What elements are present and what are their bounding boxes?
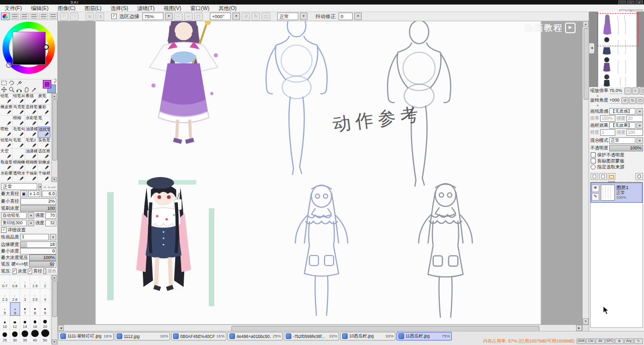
eyedropper-icon[interactable] bbox=[31, 86, 38, 93]
texture2-strength-value[interactable]: 32 bbox=[45, 220, 56, 226]
foreground-color[interactable] bbox=[43, 80, 51, 89]
menu-item[interactable]: 图像(C) bbox=[53, 5, 80, 12]
size-cell[interactable]: 12 bbox=[10, 316, 20, 329]
layer-visibility-icon[interactable]: 👁 bbox=[592, 185, 599, 192]
brush-shape-icons[interactable]: ▲▲▬▪ bbox=[43, 185, 56, 189]
layer-list[interactable]: 👁 ✎ 图层1 正常 100% bbox=[590, 182, 643, 328]
layer-blend-dropdown-icon[interactable]: ▾ bbox=[636, 137, 643, 144]
tool-cell[interactable]: 选区擦 bbox=[38, 149, 50, 160]
tool-cell[interactable]: 橡皮擦 bbox=[0, 105, 13, 116]
blend-mode-field[interactable]: 正常 bbox=[277, 13, 298, 20]
swatches-tab-icon[interactable] bbox=[39, 13, 48, 20]
size-cell[interactable]: 2 bbox=[40, 275, 50, 289]
modifier-key[interactable]: Ctrl bbox=[586, 338, 595, 344]
size-cell[interactable]: 2.6 bbox=[10, 289, 20, 302]
size-cell[interactable]: 7 bbox=[20, 302, 30, 316]
document-tab[interactable]: 0B0AF45E%40CF6... 16% bbox=[171, 332, 226, 340]
tool-cell[interactable]: 水彩晕染 bbox=[0, 171, 13, 182]
size-cell[interactable]: 1 bbox=[20, 275, 30, 289]
max-density-pressure-slider[interactable]: 100% bbox=[29, 254, 56, 261]
menu-item[interactable]: 选择(S) bbox=[106, 5, 133, 12]
document-tab[interactable]: 1112.jpg 16% bbox=[115, 332, 170, 340]
color-mixer-tab-icon[interactable] bbox=[30, 13, 38, 20]
size-cell[interactable]: 0.8 bbox=[10, 275, 20, 289]
size-cell[interactable]: 1.5 bbox=[30, 275, 40, 289]
invert-selection-icon[interactable]: ◨ bbox=[96, 13, 104, 21]
tool-cell[interactable]: 软橡皮 bbox=[38, 160, 50, 171]
size-cell[interactable]: 10 bbox=[0, 316, 10, 329]
edge-hardness-slider[interactable]: 18 bbox=[20, 241, 56, 248]
size-cell[interactable]: 25 bbox=[0, 329, 10, 343]
saturation-value-square[interactable] bbox=[13, 32, 46, 65]
tool-cell[interactable]: 铅笔 bbox=[0, 94, 13, 105]
rotate-canvas-icon[interactable] bbox=[16, 86, 23, 93]
min-diameter-slider[interactable]: 2% bbox=[20, 198, 56, 205]
size-cell[interactable]: 9 bbox=[40, 302, 50, 316]
rotate-reset-button[interactable]: ▢ bbox=[262, 13, 270, 21]
size-cell[interactable]: 6 bbox=[10, 302, 20, 316]
size-cell[interactable]: 2.3 bbox=[0, 289, 10, 302]
move-tool-icon[interactable] bbox=[1, 86, 8, 93]
zoom-rate-value[interactable]: 75.0% bbox=[609, 88, 623, 94]
nav-zoom-in-button[interactable]: + bbox=[632, 88, 639, 95]
pressure-diameter-checkbox[interactable]: ✓ bbox=[28, 269, 32, 274]
menu-item[interactable]: 图层(L) bbox=[80, 5, 106, 12]
size-cell[interactable]: 40 bbox=[30, 329, 40, 343]
layer-item[interactable]: 👁 ✎ 图层1 正常 100% bbox=[591, 183, 642, 203]
redo-icon[interactable]: ↷ bbox=[70, 13, 78, 21]
hsv-slider-tab-icon[interactable] bbox=[20, 13, 29, 20]
max-diameter-slider[interactable]: 6.0 bbox=[41, 191, 56, 197]
tool-cell[interactable]: 取值笔 bbox=[0, 160, 13, 171]
modifier-key[interactable]: SPC bbox=[605, 338, 614, 344]
tool-cell[interactable]: 毛笔 bbox=[13, 138, 25, 149]
tool-cell[interactable]: 炭笔 bbox=[38, 94, 50, 105]
pressure-hard-soft-slider[interactable]: 92 bbox=[29, 261, 56, 268]
blend-mode-dropdown-icon[interactable]: ▾ bbox=[300, 13, 307, 20]
menu-item[interactable]: 文件(F) bbox=[0, 5, 26, 12]
brush-density-slider[interactable]: 100 bbox=[20, 205, 56, 212]
modifier-key[interactable]: ⊕ bbox=[615, 338, 624, 344]
pressure-density-checkbox[interactable]: ✓ bbox=[13, 269, 17, 274]
tool-cell[interactable]: 毛笔2 bbox=[25, 138, 38, 149]
lasso-icon[interactable] bbox=[8, 79, 15, 86]
tool-cell[interactable]: 干燥刷子 bbox=[25, 171, 38, 182]
layer-opacity-slider[interactable]: 100% bbox=[609, 145, 643, 151]
panel-collapse-icon[interactable]: ◀ bbox=[589, 43, 595, 54]
texture1-select[interactable]: 自动铅笔 bbox=[1, 212, 27, 219]
tool-cell[interactable]: 铅笔勾 bbox=[0, 138, 13, 149]
new-folder-icon[interactable] bbox=[608, 173, 615, 180]
protect-opacity-checkbox[interactable] bbox=[591, 152, 596, 157]
size-cell[interactable]: 30 bbox=[10, 329, 20, 343]
texture2-select[interactable]: 复印纸300 bbox=[1, 220, 27, 226]
rgb-slider-tab-icon[interactable] bbox=[11, 13, 19, 20]
advanced-settings-checkbox[interactable]: ✓ bbox=[1, 227, 7, 233]
tool-cell[interactable]: 天空 bbox=[0, 149, 13, 160]
zoom-dropdown-icon[interactable]: ▾ bbox=[165, 13, 173, 20]
modifier-key[interactable]: Shift bbox=[577, 338, 586, 344]
nav-zoom-out-button[interactable]: − bbox=[624, 88, 631, 95]
quality-value[interactable]: 3 bbox=[20, 234, 49, 240]
rotate-ccw-button[interactable]: ↺ bbox=[242, 13, 250, 21]
size-cell[interactable]: 5 bbox=[0, 302, 10, 316]
zoom-out-button[interactable]: − bbox=[174, 13, 183, 21]
scratchpad-tab-icon[interactable] bbox=[49, 13, 57, 20]
document-tab[interactable]: 4e496+a01bbc50... 25% bbox=[227, 332, 283, 340]
effect-amount-value[interactable]: 1 bbox=[600, 129, 615, 136]
tool-cell[interactable]: 油漆桶 bbox=[25, 127, 38, 138]
color-wheel[interactable] bbox=[0, 20, 57, 79]
paper-strength-value[interactable]: 20 bbox=[626, 115, 643, 122]
tool-cell[interactable]: 实色笔 bbox=[38, 138, 50, 149]
jitter-field[interactable]: 0 bbox=[339, 13, 353, 20]
tool-cell[interactable]: 素描 bbox=[25, 94, 38, 105]
document-tab[interactable]: -7b2f0599fe38f... 33% bbox=[284, 332, 339, 340]
modifier-key[interactable]: Alt bbox=[596, 338, 605, 344]
tool-cell[interactable] bbox=[13, 149, 25, 160]
zoom-in-button[interactable]: + bbox=[184, 13, 193, 21]
color-wheel-tab-icon[interactable] bbox=[1, 13, 10, 20]
tool-cell[interactable]: 毛笔勾 bbox=[13, 127, 25, 138]
zoom-reset-button[interactable]: ▢ bbox=[194, 13, 203, 21]
magic-wand-icon[interactable] bbox=[16, 79, 23, 86]
selection-source-radio[interactable] bbox=[591, 164, 596, 169]
size-cell[interactable]: 0.7 bbox=[0, 275, 10, 289]
size-cell[interactable]: 8 bbox=[30, 302, 40, 316]
